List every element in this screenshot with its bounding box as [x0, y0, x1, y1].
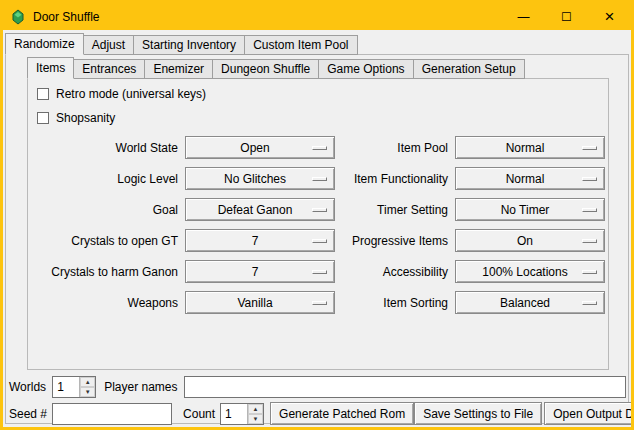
item-functionality-dropdown[interactable]: Normal [455, 167, 605, 190]
settings-row: Crystals to harm Ganon 7 Accessibility 1… [28, 256, 608, 287]
item-sorting-label: Item Sorting [344, 296, 448, 310]
count-stepper[interactable]: ▲ ▼ [220, 403, 264, 425]
dropdown-value: On [517, 234, 543, 248]
dropdown-indicator-icon [312, 239, 327, 243]
tab-entrances[interactable]: Entrances [73, 59, 145, 79]
progressive-items-dropdown[interactable]: On [455, 229, 605, 252]
stepper-arrows: ▲ ▼ [79, 377, 95, 397]
settings-row: Logic Level No Glitches Item Functionali… [28, 163, 608, 194]
dropdown-indicator-icon [582, 208, 597, 212]
arrow-up-icon[interactable]: ▲ [80, 377, 95, 387]
maximize-icon[interactable]: ☐ [545, 3, 588, 30]
dropdown-indicator-icon [312, 146, 327, 150]
count-label: Count [183, 407, 215, 421]
worlds-stepper[interactable]: ▲ ▼ [52, 376, 96, 398]
progressive-items-label: Progressive Items [344, 234, 448, 248]
shopsanity-checkbox[interactable]: Shopsanity [37, 111, 115, 125]
dropdown-indicator-icon [312, 270, 327, 274]
checkbox-label: Retro mode (universal keys) [56, 87, 206, 101]
worlds-label: Worlds [9, 380, 46, 394]
seed-label: Seed # [9, 407, 47, 421]
tab-adjust[interactable]: Adjust [83, 35, 134, 55]
settings-row: World State Open Item Pool Normal [28, 132, 608, 163]
arrow-down-icon[interactable]: ▼ [248, 414, 263, 424]
tab-generation-setup[interactable]: Generation Setup [413, 59, 525, 79]
dropdown-indicator-icon [582, 270, 597, 274]
dropdown-value: Normal [506, 172, 555, 186]
accessibility-dropdown[interactable]: 100% Locations [455, 260, 605, 283]
dropdown-value: Balanced [500, 296, 560, 310]
timer-setting-label: Timer Setting [344, 203, 448, 217]
window-title: Door Shuffle [33, 10, 100, 24]
settings-grid: World State Open Item Pool Normal Logic … [28, 132, 608, 318]
app-window: Door Shuffle — ☐ × Randomize Adjust Star… [0, 0, 634, 430]
tab-enemizer[interactable]: Enemizer [144, 59, 213, 79]
item-pool-label: Item Pool [344, 141, 448, 155]
tab-dungeon-shuffle[interactable]: Dungeon Shuffle [212, 59, 319, 79]
window-controls: — ☐ × [502, 3, 631, 30]
weapons-dropdown[interactable]: Vanilla [185, 291, 335, 314]
dropdown-indicator-icon [582, 301, 597, 305]
world-state-dropdown[interactable]: Open [185, 136, 335, 159]
seed-row: Seed # Count ▲ ▼ Generate Patched Rom Sa… [9, 402, 626, 425]
stepper-arrows: ▲ ▼ [247, 404, 263, 424]
count-value-input[interactable] [221, 404, 247, 424]
settings-row: Goal Defeat Ganon Timer Setting No Timer [28, 194, 608, 225]
title-bar: Door Shuffle — ☐ × [3, 3, 631, 30]
dropdown-value: Open [240, 141, 279, 155]
weapons-label: Weapons [37, 296, 178, 310]
dropdown-indicator-icon [582, 177, 597, 181]
close-icon[interactable]: × [588, 3, 631, 30]
arrow-down-icon[interactable]: ▼ [80, 387, 95, 397]
app-icon [10, 9, 26, 25]
dropdown-indicator-icon [312, 301, 327, 305]
checkbox-label: Shopsanity [56, 111, 115, 125]
timer-setting-dropdown[interactable]: No Timer [455, 198, 605, 221]
tab-starting-inventory[interactable]: Starting Inventory [133, 35, 245, 55]
tab-game-options[interactable]: Game Options [318, 59, 413, 79]
settings-row: Crystals to open GT 7 Progressive Items … [28, 225, 608, 256]
checkbox-box-icon[interactable] [37, 112, 49, 124]
player-names-label: Player names [104, 380, 177, 394]
goal-label: Goal [37, 203, 178, 217]
logic-level-label: Logic Level [37, 172, 178, 186]
open-output-directory-button[interactable]: Open Output Directory [544, 402, 634, 425]
tab-items[interactable]: Items [27, 57, 74, 79]
dropdown-value: Defeat Ganon [218, 203, 303, 217]
items-tab-panel: Retro mode (universal keys) Shopsanity W… [27, 78, 609, 370]
worlds-row: Worlds ▲ ▼ Player names [9, 375, 626, 398]
dropdown-value: Normal [506, 141, 555, 155]
item-functionality-label: Item Functionality [344, 172, 448, 186]
dropdown-indicator-icon [312, 177, 327, 181]
player-names-input[interactable] [184, 376, 627, 398]
worlds-value-input[interactable] [53, 377, 79, 397]
goal-dropdown[interactable]: Defeat Ganon [185, 198, 335, 221]
dropdown-indicator-icon [312, 208, 327, 212]
seed-input[interactable] [52, 403, 172, 425]
dropdown-indicator-icon [582, 146, 597, 150]
item-pool-dropdown[interactable]: Normal [455, 136, 605, 159]
dropdown-value: 7 [252, 234, 269, 248]
crystals-ganon-label: Crystals to harm Ganon [37, 265, 178, 279]
dropdown-indicator-icon [582, 239, 597, 243]
tab-randomize[interactable]: Randomize [5, 33, 84, 55]
item-sorting-dropdown[interactable]: Balanced [455, 291, 605, 314]
outer-tab-bar: Randomize Adjust Starting Inventory Cust… [5, 34, 357, 55]
retro-mode-checkbox[interactable]: Retro mode (universal keys) [37, 87, 206, 101]
dropdown-value: 7 [252, 265, 269, 279]
logic-level-dropdown[interactable]: No Glitches [185, 167, 335, 190]
checkbox-box-icon[interactable] [37, 88, 49, 100]
inner-tab-bar: Items Entrances Enemizer Dungeon Shuffle… [27, 58, 524, 79]
tab-custom-item-pool[interactable]: Custom Item Pool [244, 35, 357, 55]
generate-patched-rom-button[interactable]: Generate Patched Rom [270, 402, 414, 425]
crystals-ganon-dropdown[interactable]: 7 [185, 260, 335, 283]
settings-row: Weapons Vanilla Item Sorting Balanced [28, 287, 608, 318]
minimize-icon[interactable]: — [502, 3, 545, 30]
dropdown-value: Vanilla [237, 296, 282, 310]
accessibility-label: Accessibility [344, 265, 448, 279]
arrow-up-icon[interactable]: ▲ [248, 404, 263, 414]
dropdown-value: No Timer [501, 203, 560, 217]
crystals-gt-dropdown[interactable]: 7 [185, 229, 335, 252]
crystals-gt-label: Crystals to open GT [37, 234, 178, 248]
save-settings-button[interactable]: Save Settings to File [414, 402, 542, 425]
